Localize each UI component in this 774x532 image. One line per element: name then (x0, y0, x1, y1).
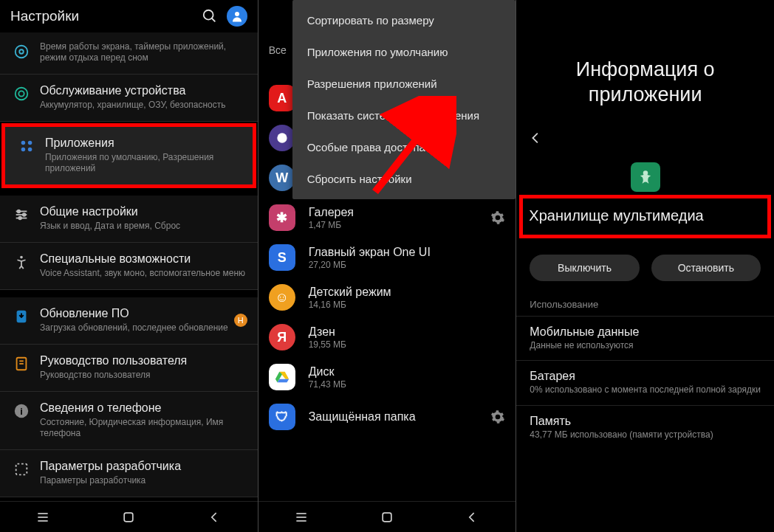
apps-tab-all[interactable]: Все (269, 44, 287, 56)
apps-body: Все А W ВКонтакте 1,08 МБ ✱ (258, 0, 516, 501)
settings-item-title: Сведения о телефоне (40, 401, 247, 415)
overflow-menu: Сортировать по размеру Приложения по умо… (292, 0, 516, 199)
app-icon (269, 364, 295, 390)
settings-item-title: Обновление ПО (40, 306, 234, 321)
gear-icon[interactable] (490, 410, 505, 424)
gear-icon[interactable] (490, 210, 505, 225)
app-row-kids[interactable]: ☺ Детский режим 14,16 МБ (258, 277, 516, 317)
svg-point-0 (203, 10, 213, 20)
home-button[interactable] (121, 510, 136, 525)
settings-item-title: Обслуживание устройства (40, 83, 247, 98)
svg-rect-38 (383, 513, 391, 522)
device-care-icon (13, 86, 30, 111)
svg-point-5 (16, 88, 28, 100)
app-icon: S (269, 244, 295, 271)
app-icon (631, 162, 660, 192)
menu-item-permissions[interactable]: Разрешения приложений (292, 68, 516, 100)
app-icon: А (269, 85, 295, 111)
svg-point-8 (28, 141, 32, 145)
menu-item-default-apps[interactable]: Приложения по умолчанию (292, 36, 516, 68)
row-sub: 43,77 МБ использовано (памяти устройства… (530, 429, 761, 441)
settings-item-about-phone[interactable]: i Сведения о телефоне Состояние, Юридиче… (0, 392, 258, 450)
svg-point-15 (23, 213, 26, 216)
row-sub: 0% использовано с момента последней полн… (530, 384, 761, 396)
app-row-oneui[interactable]: S Главный экран One UI 27,20 МБ (258, 238, 516, 277)
svg-point-4 (19, 49, 24, 54)
svg-point-17 (20, 256, 23, 259)
svg-point-14 (18, 210, 21, 213)
recent-apps-button[interactable] (294, 510, 309, 525)
page-title: Информация о приложении (516, 0, 774, 130)
app-icon: W (269, 165, 295, 191)
back-button[interactable] (208, 510, 222, 525)
settings-item-screen-time[interactable]: Время работы экрана, таймеры приложений,… (0, 32, 258, 75)
svg-rect-28 (124, 513, 133, 522)
svg-point-9 (21, 148, 26, 152)
profile-avatar[interactable] (227, 6, 247, 27)
row-mobile-data[interactable]: Мобильные данные Данные не используются (516, 316, 774, 361)
app-icon: 🛡 (269, 404, 295, 430)
settings-item-accessibility[interactable]: Специальные возможности Voice Assistant,… (0, 243, 258, 290)
app-info-body: Информация о приложении Хранилище мульти… (516, 0, 774, 532)
svg-point-7 (21, 141, 26, 145)
app-row-drive[interactable]: Диск 71,43 МБ (258, 357, 516, 397)
svg-point-29 (277, 133, 287, 142)
apps-icon (18, 138, 35, 174)
row-sub: Данные не используются (530, 340, 761, 352)
svg-point-3 (16, 46, 28, 58)
svg-point-16 (18, 217, 21, 220)
apps-screen: Все А W ВКонтакте 1,08 МБ ✱ (258, 0, 516, 532)
settings-item-sub: Voice Assistant, звук моно, вспомогатель… (40, 268, 247, 279)
svg-point-10 (28, 148, 32, 152)
usage-section-label: Использование (516, 294, 774, 316)
svg-point-2 (235, 12, 239, 16)
row-battery[interactable]: Батарея 0% использовано с момента послед… (516, 360, 774, 405)
menu-item-reset[interactable]: Сбросить настройки (292, 163, 516, 195)
app-row-gallery[interactable]: ✱ Галерея 1,47 МБ (258, 198, 516, 238)
row-storage[interactable]: Память 43,77 МБ использовано (памяти уст… (516, 405, 774, 450)
app-size: 1,47 МБ (309, 220, 491, 230)
settings-item-developer[interactable]: Параметры разработчика Параметры разрабо… (0, 450, 258, 497)
back-icon[interactable] (516, 130, 774, 162)
settings-item-apps[interactable]: Приложения Приложения по умолчанию, Разр… (1, 123, 256, 188)
update-badge: Н (234, 314, 247, 327)
app-name: Главный экран One UI (309, 246, 506, 259)
app-size: 71,43 МБ (309, 379, 506, 390)
settings-screen: Настройки Время работы экрана, таймеры п… (0, 0, 258, 532)
settings-item-device-care[interactable]: Обслуживание устройства Аккумулятор, хра… (0, 75, 258, 122)
back-button[interactable] (465, 510, 480, 525)
menu-item-sort[interactable]: Сортировать по размеру (292, 4, 516, 36)
row-title: Мобильные данные (530, 325, 761, 339)
update-icon (13, 308, 30, 334)
recent-apps-button[interactable] (35, 510, 50, 525)
svg-marker-32 (277, 379, 289, 383)
svg-text:i: i (20, 406, 23, 417)
app-name: Диск (309, 365, 506, 379)
settings-item-software-update[interactable]: Обновление ПО Загрузка обновлений, после… (0, 297, 258, 345)
settings-item-title: Параметры разработчика (40, 459, 247, 474)
settings-item-general[interactable]: Общие настройки Язык и ввод, Дата и врем… (0, 196, 258, 243)
row-title: Память (530, 415, 761, 428)
force-stop-button[interactable]: Остановить (651, 255, 761, 281)
app-icon (269, 125, 295, 151)
row-title: Батарея (530, 370, 761, 383)
search-icon[interactable] (202, 8, 218, 24)
app-icon: ✱ (269, 204, 295, 231)
app-name: Детский режим (309, 286, 506, 299)
settings-item-sub: Язык и ввод, Дата и время, Сброс (40, 221, 247, 232)
app-size: 19,55 МБ (309, 339, 506, 350)
app-size: 27,20 МБ (309, 260, 506, 270)
menu-item-show-system[interactable]: Показать системные приложения (292, 100, 516, 131)
info-icon: i (13, 403, 30, 439)
settings-item-user-manual[interactable]: Руководство пользователя Руководство пол… (0, 345, 258, 392)
developer-icon (13, 461, 30, 486)
menu-item-special-access[interactable]: Особые права доступа (292, 131, 516, 163)
disable-button[interactable]: Выключить (530, 255, 639, 281)
accessibility-icon (13, 254, 30, 279)
app-name: Защищённая папка (309, 410, 491, 424)
home-button[interactable] (380, 510, 394, 525)
app-row-secure-folder[interactable]: 🛡 Защищённая папка (258, 397, 516, 437)
settings-item-sub: Руководство пользователя (40, 370, 247, 381)
app-row-zen[interactable]: Я Дзен 19,55 МБ (258, 317, 516, 357)
page-title: Настройки (10, 8, 202, 24)
